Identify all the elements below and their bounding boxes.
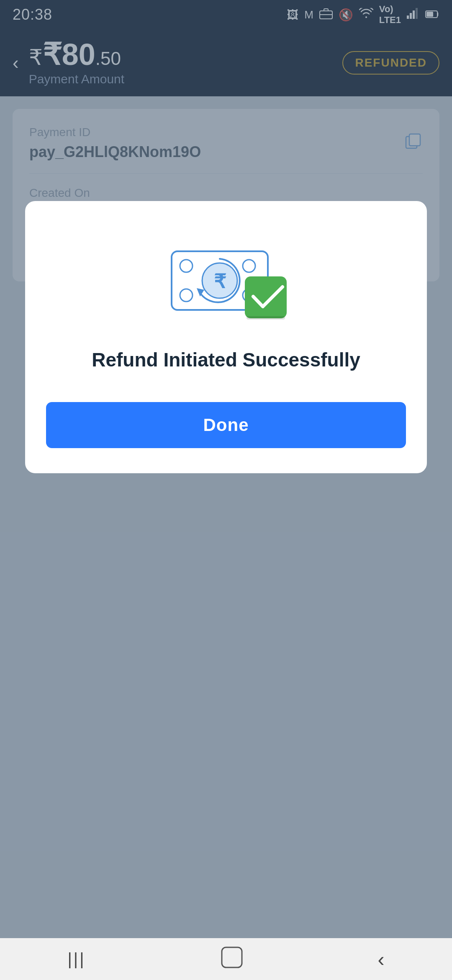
- svg-rect-13: [180, 289, 193, 302]
- home-icon[interactable]: [221, 946, 243, 972]
- svg-rect-20: [222, 947, 242, 967]
- navigation-bar: ||| ‹: [0, 938, 452, 980]
- svg-marker-17: [197, 288, 204, 297]
- menu-icon[interactable]: |||: [67, 950, 85, 969]
- svg-rect-12: [243, 260, 255, 272]
- svg-rect-11: [180, 260, 193, 272]
- svg-rect-18: [245, 276, 287, 318]
- svg-text:₹: ₹: [214, 271, 226, 292]
- back-nav-icon[interactable]: ‹: [378, 948, 385, 971]
- refund-illustration: ₹: [155, 226, 297, 327]
- svg-rect-19: [247, 316, 285, 320]
- refund-success-modal: ₹ Refund Initiated Successfully Done: [25, 201, 427, 473]
- done-button[interactable]: Done: [46, 402, 406, 448]
- modal-title: Refund Initiated Successfully: [92, 348, 360, 373]
- modal-overlay: [0, 0, 452, 980]
